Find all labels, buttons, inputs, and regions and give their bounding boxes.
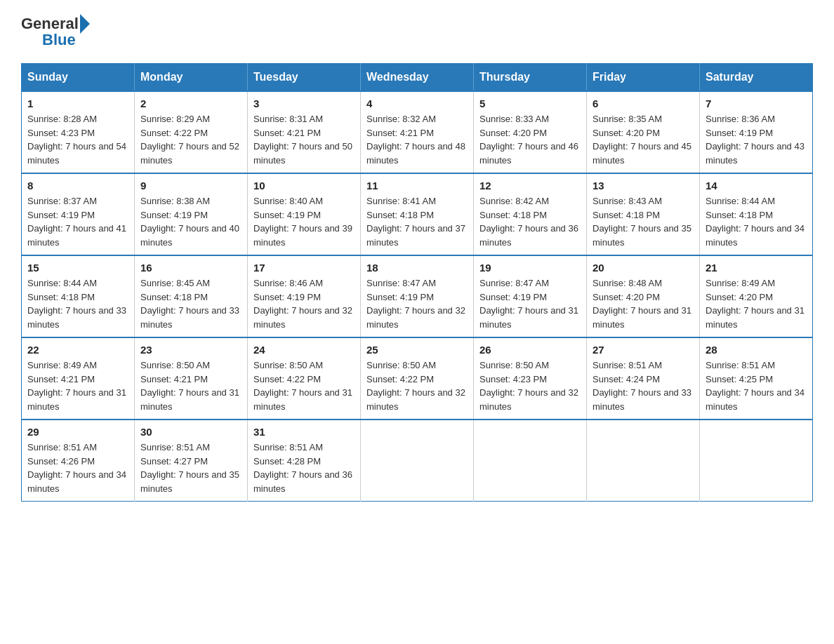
calendar-cell: 12 Sunrise: 8:42 AM Sunset: 4:18 PM Dayl… <box>474 173 587 255</box>
sunrise-label: Sunrise: 8:51 AM <box>27 442 97 452</box>
day-info: Sunrise: 8:50 AM Sunset: 4:21 PM Dayligh… <box>140 358 241 413</box>
day-number: 12 <box>479 180 581 192</box>
day-number: 18 <box>366 262 468 274</box>
sunrise-label: Sunrise: 8:48 AM <box>593 278 662 288</box>
daylight-label: Daylight: 7 hours and 33 minutes <box>140 305 239 330</box>
day-number: 7 <box>706 98 807 109</box>
sunset-label: Sunset: 4:20 PM <box>593 128 660 138</box>
calendar-cell: 15 Sunrise: 8:44 AM Sunset: 4:18 PM Dayl… <box>22 255 135 337</box>
sunrise-label: Sunrise: 8:47 AM <box>366 278 436 288</box>
day-info: Sunrise: 8:45 AM Sunset: 4:18 PM Dayligh… <box>140 276 241 331</box>
calendar-cell: 10 Sunrise: 8:40 AM Sunset: 4:19 PM Dayl… <box>248 173 361 255</box>
calendar-cell: 6 Sunrise: 8:35 AM Sunset: 4:20 PM Dayli… <box>587 91 700 173</box>
calendar-table: Sunday Monday Tuesday Wednesday Thursday… <box>21 63 813 502</box>
daylight-label: Daylight: 7 hours and 32 minutes <box>253 305 352 330</box>
daylight-label: Daylight: 7 hours and 39 minutes <box>253 223 352 248</box>
day-number: 10 <box>253 180 355 192</box>
daylight-label: Daylight: 7 hours and 31 minutes <box>706 305 805 330</box>
day-info: Sunrise: 8:49 AM Sunset: 4:20 PM Dayligh… <box>706 276 807 331</box>
calendar-cell: 9 Sunrise: 8:38 AM Sunset: 4:19 PM Dayli… <box>135 173 248 255</box>
calendar-cell: 30 Sunrise: 8:51 AM Sunset: 4:27 PM Dayl… <box>135 420 248 502</box>
calendar-cell: 23 Sunrise: 8:50 AM Sunset: 4:21 PM Dayl… <box>135 337 248 420</box>
sunset-label: Sunset: 4:18 PM <box>706 210 773 220</box>
sunrise-label: Sunrise: 8:28 AM <box>27 114 97 124</box>
daylight-label: Daylight: 7 hours and 54 minutes <box>27 141 126 166</box>
sunrise-label: Sunrise: 8:50 AM <box>479 360 549 370</box>
col-monday: Monday <box>135 64 248 92</box>
sunset-label: Sunset: 4:19 PM <box>253 292 321 302</box>
daylight-label: Daylight: 7 hours and 36 minutes <box>253 469 352 494</box>
day-info: Sunrise: 8:51 AM Sunset: 4:24 PM Dayligh… <box>593 358 694 413</box>
calendar-cell: 31 Sunrise: 8:51 AM Sunset: 4:28 PM Dayl… <box>248 420 361 502</box>
calendar-cell: 25 Sunrise: 8:50 AM Sunset: 4:22 PM Dayl… <box>361 337 474 420</box>
day-number: 29 <box>27 426 128 438</box>
calendar-cell <box>474 420 587 502</box>
sunrise-label: Sunrise: 8:50 AM <box>140 360 210 370</box>
sunset-label: Sunset: 4:20 PM <box>706 292 773 302</box>
day-info: Sunrise: 8:38 AM Sunset: 4:19 PM Dayligh… <box>140 194 241 249</box>
calendar-week-row: 15 Sunrise: 8:44 AM Sunset: 4:18 PM Dayl… <box>22 255 813 337</box>
col-friday: Friday <box>587 64 700 92</box>
calendar-header-row: Sunday Monday Tuesday Wednesday Thursday… <box>22 64 813 92</box>
calendar-cell: 21 Sunrise: 8:49 AM Sunset: 4:20 PM Dayl… <box>700 255 813 337</box>
col-saturday: Saturday <box>700 64 813 92</box>
col-sunday: Sunday <box>22 64 135 92</box>
day-number: 5 <box>479 98 581 109</box>
sunset-label: Sunset: 4:18 PM <box>479 210 547 220</box>
sunset-label: Sunset: 4:24 PM <box>593 374 660 384</box>
calendar-cell: 14 Sunrise: 8:44 AM Sunset: 4:18 PM Dayl… <box>700 173 813 255</box>
logo: General Blue <box>21 14 90 49</box>
day-number: 24 <box>253 344 355 356</box>
day-number: 9 <box>140 180 241 192</box>
day-number: 4 <box>366 98 468 109</box>
calendar-cell: 11 Sunrise: 8:41 AM Sunset: 4:18 PM Dayl… <box>361 173 474 255</box>
sunset-label: Sunset: 4:18 PM <box>366 210 434 220</box>
calendar-cell: 22 Sunrise: 8:49 AM Sunset: 4:21 PM Dayl… <box>22 337 135 420</box>
calendar-cell: 4 Sunrise: 8:32 AM Sunset: 4:21 PM Dayli… <box>361 91 474 173</box>
sunset-label: Sunset: 4:22 PM <box>253 374 321 384</box>
day-info: Sunrise: 8:44 AM Sunset: 4:18 PM Dayligh… <box>706 194 807 249</box>
day-number: 11 <box>366 180 468 192</box>
sunset-label: Sunset: 4:19 PM <box>706 128 773 138</box>
sunset-label: Sunset: 4:18 PM <box>593 210 660 220</box>
sunrise-label: Sunrise: 8:50 AM <box>253 360 323 370</box>
calendar-week-row: 1 Sunrise: 8:28 AM Sunset: 4:23 PM Dayli… <box>22 91 813 173</box>
daylight-label: Daylight: 7 hours and 43 minutes <box>706 141 805 166</box>
day-info: Sunrise: 8:51 AM Sunset: 4:28 PM Dayligh… <box>253 441 355 495</box>
calendar-cell: 16 Sunrise: 8:45 AM Sunset: 4:18 PM Dayl… <box>135 255 248 337</box>
calendar-cell: 20 Sunrise: 8:48 AM Sunset: 4:20 PM Dayl… <box>587 255 700 337</box>
day-number: 15 <box>27 262 128 274</box>
day-info: Sunrise: 8:51 AM Sunset: 4:27 PM Dayligh… <box>140 441 241 495</box>
calendar-cell: 29 Sunrise: 8:51 AM Sunset: 4:26 PM Dayl… <box>22 420 135 502</box>
sunset-label: Sunset: 4:21 PM <box>366 128 434 138</box>
day-number: 20 <box>593 262 694 274</box>
calendar-cell: 5 Sunrise: 8:33 AM Sunset: 4:20 PM Dayli… <box>474 91 587 173</box>
page-header: General Blue <box>21 14 813 49</box>
day-number: 17 <box>253 262 355 274</box>
sunset-label: Sunset: 4:22 PM <box>366 374 434 384</box>
daylight-label: Daylight: 7 hours and 31 minutes <box>140 387 239 412</box>
sunrise-label: Sunrise: 8:36 AM <box>706 114 775 124</box>
sunrise-label: Sunrise: 8:32 AM <box>366 114 436 124</box>
sunrise-label: Sunrise: 8:44 AM <box>27 278 97 288</box>
daylight-label: Daylight: 7 hours and 31 minutes <box>479 305 578 330</box>
day-info: Sunrise: 8:49 AM Sunset: 4:21 PM Dayligh… <box>27 358 128 413</box>
sunrise-label: Sunrise: 8:45 AM <box>140 278 210 288</box>
calendar-cell <box>587 420 700 502</box>
day-info: Sunrise: 8:43 AM Sunset: 4:18 PM Dayligh… <box>593 194 694 249</box>
day-number: 14 <box>706 180 807 192</box>
sunrise-label: Sunrise: 8:51 AM <box>593 360 662 370</box>
sunset-label: Sunset: 4:23 PM <box>479 374 547 384</box>
day-number: 30 <box>140 426 241 438</box>
calendar-cell: 18 Sunrise: 8:47 AM Sunset: 4:19 PM Dayl… <box>361 255 474 337</box>
day-number: 8 <box>27 180 128 192</box>
sunrise-label: Sunrise: 8:40 AM <box>253 196 323 206</box>
day-info: Sunrise: 8:50 AM Sunset: 4:22 PM Dayligh… <box>253 358 355 413</box>
day-number: 13 <box>593 180 694 192</box>
day-number: 2 <box>140 98 241 109</box>
sunrise-label: Sunrise: 8:47 AM <box>479 278 549 288</box>
day-number: 21 <box>706 262 807 274</box>
sunset-label: Sunset: 4:19 PM <box>140 210 208 220</box>
daylight-label: Daylight: 7 hours and 46 minutes <box>479 141 578 166</box>
sunset-label: Sunset: 4:19 PM <box>27 210 95 220</box>
